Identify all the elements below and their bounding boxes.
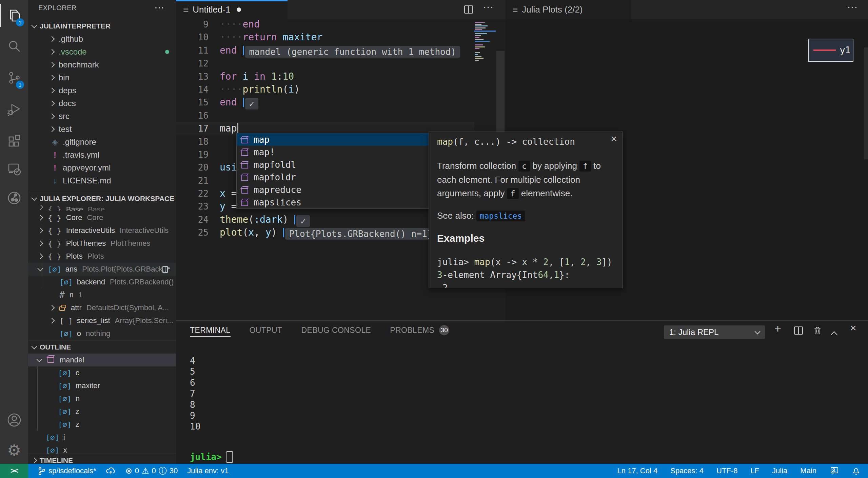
search-activity-button[interactable]	[0, 37, 28, 57]
terminal-output[interactable]: 45678910	[190, 355, 200, 432]
folder-row-src[interactable]: src	[28, 110, 176, 123]
folder-row-bin[interactable]: bin	[28, 71, 176, 84]
workspace-row-attr[interactable]: attrDefaultsDict{Symbol, A...	[28, 301, 176, 314]
code-line-15[interactable]: 15end✓	[176, 96, 505, 109]
accounts-activity-button[interactable]	[0, 410, 28, 430]
section-header-outline[interactable]: OUTLINE	[28, 340, 176, 354]
panel-tab-output[interactable]: OUTPUT	[250, 321, 282, 340]
section-header-julia-explorer[interactable]: JULIA EXPLORER: JULIA WORKSPACE	[28, 192, 176, 205]
outline-row-n[interactable]: [∅]n	[28, 392, 176, 405]
run-debug-activity-button[interactable]	[0, 99, 28, 119]
notifications-item[interactable]	[852, 466, 861, 476]
sync-changes-item[interactable]	[106, 466, 116, 476]
folder-name: deps	[59, 86, 76, 95]
line-number: 22	[176, 187, 209, 200]
explorer-activity-button[interactable]: 1	[0, 5, 28, 26]
panel-tab-problems[interactable]: PROBLEMS30	[390, 321, 449, 340]
maximize-panel-icon[interactable]	[832, 326, 836, 340]
editor-more-actions-icon[interactable]: ⋯	[483, 1, 494, 14]
extensions-activity-button[interactable]	[0, 131, 28, 151]
julia-graph-activity-button[interactable]	[0, 188, 28, 208]
code-line-14[interactable]: 14····println(i)	[176, 83, 505, 96]
kill-terminal-icon[interactable]	[812, 325, 823, 336]
symbol-detail: nothing	[86, 329, 110, 338]
split-terminal-icon[interactable]	[793, 325, 804, 336]
tab-untitled-1[interactable]: ≡ Untitled-1	[176, 0, 288, 19]
outline-row-maxiter[interactable]: [∅]maxiter	[28, 379, 176, 392]
panel-tab-terminal[interactable]: TERMINAL	[190, 321, 231, 340]
workspace-row-backend[interactable]: [∅]backendPlots.GRBackend()	[28, 276, 176, 288]
cursor-position-item[interactable]: Ln 17, Col 4	[617, 466, 658, 475]
file-row-.travis.yml[interactable]: !.travis.yml	[28, 148, 176, 161]
suggest-item-mapreduce[interactable]: mapreduce	[237, 183, 430, 196]
julia-main-item[interactable]: Main	[800, 466, 816, 475]
suggest-item-map[interactable]: map	[237, 133, 430, 146]
encoding-item[interactable]: UTF-8	[716, 466, 737, 475]
section-header-juliainterpreter[interactable]: JULIAINTERPRETER	[28, 20, 176, 33]
folder-row-.github[interactable]: .github	[28, 33, 176, 45]
git-branch-item[interactable]: sp/isdeflocals*	[38, 466, 96, 476]
new-terminal-icon[interactable]: +	[774, 322, 781, 335]
remote-indicator[interactable]: ><	[0, 464, 28, 478]
workspace-row-n[interactable]: #n1	[28, 288, 176, 301]
line-content: endmandel (generic function with 1 metho…	[220, 44, 460, 58]
remote-explorer-activity-button[interactable]	[0, 159, 28, 179]
folder-row-docs[interactable]: docs	[28, 97, 176, 110]
section-header-timeline[interactable]: TIMELINE	[28, 454, 176, 464]
plots-scrollbar[interactable]	[864, 47, 868, 159]
close-icon[interactable]: ×	[611, 133, 617, 145]
workspace-row-o[interactable]: [∅]onothing	[28, 327, 176, 340]
doc-see-also: See also: mapslices	[437, 211, 614, 221]
code-line-10[interactable]: 10····return maxiter	[176, 31, 505, 44]
outline-row-mandel[interactable]: mandel	[28, 354, 176, 366]
terminal-selector-dropdown[interactable]: 1: Julia REPL	[664, 325, 765, 339]
folder-row-benchmark[interactable]: benchmark	[28, 58, 176, 71]
minimap-line	[475, 44, 483, 45]
eol-item[interactable]: LF	[750, 466, 759, 475]
tab-julia-plots[interactable]: ≡ Julia Plots (2/2)	[505, 0, 631, 19]
folder-row-test[interactable]: test	[28, 123, 176, 136]
workspace-row-Base[interactable]: { }BaseBase	[28, 205, 176, 211]
suggest-item-mapfoldr[interactable]: mapfoldr	[237, 171, 430, 183]
folder-row-deps[interactable]: deps	[28, 84, 176, 97]
outline-row-c[interactable]: [∅]c	[28, 366, 176, 379]
julia-env-item[interactable]: Julia env: v1	[187, 466, 229, 475]
workspace-row-Core[interactable]: { }CoreCore	[28, 211, 176, 224]
file-row-appveyor.yml[interactable]: !appveyor.yml	[28, 161, 176, 174]
outline-row-z[interactable]: [∅]z	[28, 418, 176, 431]
file-row-LICENSE.md[interactable]: ↓LICENSE.md	[28, 174, 176, 187]
plots-more-actions-icon[interactable]: ⋯	[847, 1, 858, 14]
settings-activity-button[interactable]: ⚙	[0, 440, 28, 460]
split-editor-icon[interactable]	[463, 4, 474, 15]
mapslices-link[interactable]: mapslices	[476, 211, 526, 221]
panel-tab-debug-console[interactable]: DEBUG CONSOLE	[301, 321, 371, 340]
workspace-row-PlotThemes[interactable]: { }PlotThemesPlotThemes	[28, 237, 176, 250]
suggest-item-mapfoldl[interactable]: mapfoldl	[237, 158, 430, 171]
folder-row-.vscode[interactable]: .vscode	[28, 45, 176, 58]
indent-guide	[37, 366, 38, 431]
problems-status-item[interactable]: ⊗ 0 ⚠ 0 ⓘ 30	[125, 465, 178, 476]
code-line-12[interactable]: 12	[176, 57, 505, 70]
feedback-item[interactable]	[829, 466, 839, 476]
code-line-11[interactable]: 11endmandel (generic function with 1 met…	[176, 44, 505, 57]
symbol-detail: InteractiveUtils	[120, 226, 169, 235]
explorer-more-icon[interactable]: ⋯	[154, 1, 164, 13]
source-control-activity-button[interactable]: 1	[0, 68, 28, 88]
suggest-item-mapslices[interactable]: mapslices	[237, 196, 430, 208]
open-in-editor-icon[interactable]	[162, 265, 171, 274]
close-panel-icon[interactable]: ×	[850, 321, 856, 335]
suggest-item-map![interactable]: map!	[237, 146, 430, 158]
indentation-item[interactable]: Spaces: 4	[670, 466, 704, 475]
file-row-.gitignore[interactable]: ◈.gitignore	[28, 136, 176, 148]
outline-row-i[interactable]: [∅]i	[28, 431, 176, 444]
code-line-13[interactable]: 13for i in 1:10	[176, 70, 505, 83]
workspace-row-InteractiveUtils[interactable]: { }InteractiveUtilsInteractiveUtils	[28, 224, 176, 237]
code-line-16[interactable]: 16	[176, 109, 505, 122]
workspace-row-Plots[interactable]: { }PlotsPlots	[28, 250, 176, 263]
workspace-row-ans[interactable]: [∅]ansPlots.Plot{Plots.GRBack...	[28, 263, 176, 276]
terminal-prompt[interactable]: julia>	[190, 451, 233, 463]
workspace-row-series_list[interactable]: [ ]series_listArray{Plots.Seri...	[28, 314, 176, 327]
language-mode-item[interactable]: Julia	[772, 466, 787, 475]
code-line-9[interactable]: 9····end	[176, 18, 505, 31]
outline-row-z[interactable]: [∅]z	[28, 405, 176, 418]
